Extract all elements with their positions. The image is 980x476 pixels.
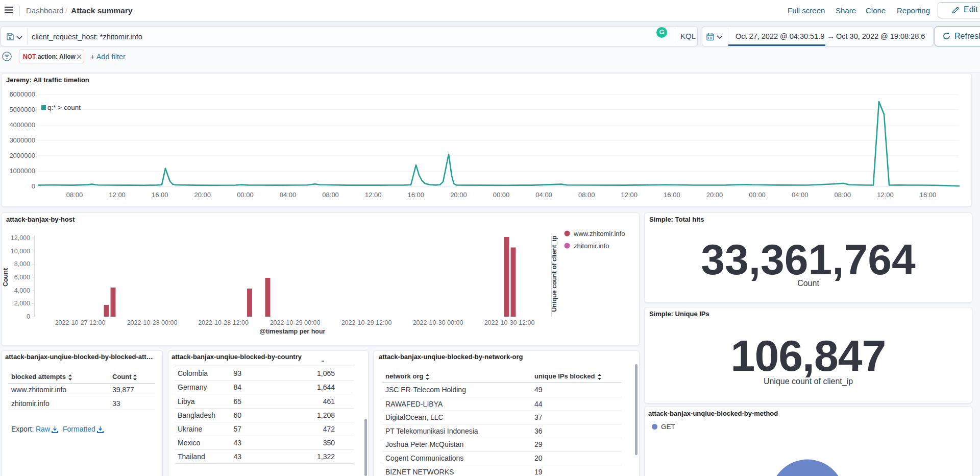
svg-text:12:00: 12:00 bbox=[109, 191, 126, 199]
svg-text:q:* > count: q:* > count bbox=[47, 104, 81, 111]
svg-text:12:00: 12:00 bbox=[365, 191, 382, 199]
svg-text:16:00: 16:00 bbox=[664, 191, 680, 199]
svg-text:08:00: 08:00 bbox=[835, 191, 851, 199]
svg-text:3000000: 3000000 bbox=[9, 136, 35, 144]
svg-text:12:00: 12:00 bbox=[877, 191, 894, 199]
svg-text:04:00: 04:00 bbox=[280, 191, 297, 199]
svg-text:20:00: 20:00 bbox=[450, 191, 467, 199]
svg-text:12:00: 12:00 bbox=[621, 191, 638, 199]
svg-text:12,000: 12,000 bbox=[11, 234, 30, 242]
svg-text:4,000: 4,000 bbox=[14, 287, 30, 294]
svg-text:2,000: 2,000 bbox=[14, 300, 30, 307]
svg-text:2022-10-27 12:00: 2022-10-27 12:00 bbox=[55, 319, 106, 326]
svg-text:20:00: 20:00 bbox=[706, 191, 723, 199]
svg-text:www.zhitomir.info: www.zhitomir.info bbox=[573, 230, 625, 237]
svg-text:1000000: 1000000 bbox=[9, 167, 35, 175]
svg-text:00:00: 00:00 bbox=[237, 191, 254, 199]
svg-text:8,000: 8,000 bbox=[14, 260, 30, 268]
svg-text:0: 0 bbox=[27, 313, 30, 320]
svg-text:2000000: 2000000 bbox=[9, 152, 35, 159]
svg-text:08:00: 08:00 bbox=[322, 191, 339, 199]
svg-text:10,000: 10,000 bbox=[11, 248, 30, 255]
svg-text:Unique count of client_ip: Unique count of client_ip bbox=[551, 235, 558, 312]
svg-text:zhitomir.info: zhitomir.info bbox=[574, 242, 609, 250]
svg-text:2022-10-30 12:00: 2022-10-30 12:00 bbox=[484, 319, 535, 326]
svg-text:6,000: 6,000 bbox=[14, 274, 30, 281]
svg-text:00:00: 00:00 bbox=[749, 191, 766, 199]
svg-text:08:00: 08:00 bbox=[66, 191, 83, 199]
svg-text:@timestamp per hour: @timestamp per hour bbox=[260, 328, 326, 335]
svg-text:04:00: 04:00 bbox=[792, 191, 808, 199]
svg-text:08:00: 08:00 bbox=[578, 191, 595, 199]
svg-text:2022-10-28 12:00: 2022-10-28 12:00 bbox=[198, 319, 249, 326]
svg-text:5000000: 5000000 bbox=[9, 106, 35, 113]
svg-text:16:00: 16:00 bbox=[408, 191, 425, 199]
svg-text:2022-10-28 00:00: 2022-10-28 00:00 bbox=[127, 319, 178, 326]
svg-text:2022-10-30 00:00: 2022-10-30 00:00 bbox=[413, 319, 463, 326]
svg-text:0: 0 bbox=[32, 182, 35, 190]
svg-text:20:00: 20:00 bbox=[194, 191, 211, 199]
svg-text:2022-10-29 12:00: 2022-10-29 12:00 bbox=[341, 319, 392, 326]
svg-text:04:00: 04:00 bbox=[535, 191, 552, 199]
svg-text:2022-10-29 00:00: 2022-10-29 00:00 bbox=[270, 319, 321, 326]
svg-text:6000000: 6000000 bbox=[9, 90, 35, 98]
svg-text:4000000: 4000000 bbox=[9, 121, 35, 129]
svg-text:00:00: 00:00 bbox=[493, 191, 510, 199]
svg-text:16:00: 16:00 bbox=[152, 191, 168, 199]
svg-text:16:00: 16:00 bbox=[920, 191, 937, 199]
svg-text:Count: Count bbox=[2, 268, 9, 287]
